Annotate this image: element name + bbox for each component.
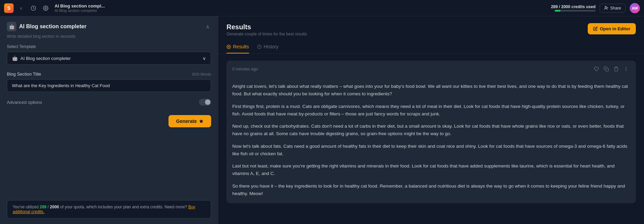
like-button[interactable] bbox=[592, 65, 600, 73]
topnav-title-area: AI Blog section compl... AI Blog section… bbox=[55, 3, 548, 13]
results-header: Results Generate couple of times for the… bbox=[218, 16, 644, 36]
logo-text: S bbox=[7, 5, 10, 11]
template-value: AI Blog section completer bbox=[20, 56, 71, 61]
results-title: Results bbox=[226, 23, 307, 31]
credits-area: 289 / 2000 credits used bbox=[551, 4, 596, 12]
tab-history[interactable]: History bbox=[257, 41, 279, 53]
back-button[interactable]: ‹ bbox=[16, 3, 26, 13]
credits-total: 2000 bbox=[561, 4, 570, 9]
main-layout: 🤖 AI Blog section completer ∧ Write deta… bbox=[0, 16, 644, 224]
topnav: S ‹ AI Blog section compl... AI Blog sec… bbox=[0, 0, 644, 16]
delete-button[interactable] bbox=[612, 65, 620, 73]
svg-rect-7 bbox=[606, 68, 609, 71]
advanced-toggle[interactable] bbox=[199, 99, 211, 106]
left-panel: 🤖 AI Blog section completer ∧ Write deta… bbox=[0, 16, 218, 224]
result-card-header: 0 minutes ago bbox=[227, 61, 635, 77]
svg-point-5 bbox=[228, 46, 229, 47]
avatar-text: AW bbox=[632, 6, 638, 10]
topnav-title: AI Blog section compl... bbox=[55, 3, 548, 9]
credits-used: 289 bbox=[551, 4, 558, 9]
blog-section-input[interactable] bbox=[7, 79, 211, 92]
share-button[interactable]: Share bbox=[600, 4, 626, 13]
generate-area: Generate bbox=[7, 112, 211, 130]
result-timestamp: 0 minutes ago bbox=[232, 67, 258, 71]
quota-text-1: You've utilized bbox=[13, 205, 40, 209]
credits-bar-bg bbox=[555, 10, 596, 12]
logo: S bbox=[4, 3, 14, 13]
quota-banner: You've utilized 289 / 2000 of your quota… bbox=[7, 200, 211, 219]
left-panel-body: Select Template 🤖 AI Blog section comple… bbox=[0, 44, 218, 195]
svg-point-8 bbox=[626, 67, 626, 68]
share-label: Share bbox=[610, 6, 621, 11]
advanced-row: Advanced options bbox=[7, 99, 211, 106]
generate-button[interactable]: Generate bbox=[169, 115, 211, 127]
topnav-right: 289 / 2000 credits used Share AW bbox=[551, 3, 640, 13]
tab-results-label: Results bbox=[233, 44, 249, 49]
left-panel-title: AI Blog section completer bbox=[19, 23, 86, 30]
results-subtitle: Generate couple of times for the best re… bbox=[226, 32, 307, 36]
copy-button[interactable] bbox=[602, 65, 610, 73]
left-panel-header: 🤖 AI Blog section completer ∧ bbox=[0, 16, 218, 34]
credits-text: 289 / 2000 credits used bbox=[551, 4, 596, 9]
result-para-2: First things first, protein is a must. C… bbox=[232, 103, 630, 118]
advanced-label: Advanced options bbox=[7, 100, 42, 105]
quota-used: 289 bbox=[40, 205, 46, 209]
history-button[interactable] bbox=[29, 3, 38, 13]
result-para-4: Now let's talk about fats. Cats need a g… bbox=[232, 143, 630, 158]
open-editor-label: Open in Editor bbox=[600, 26, 630, 31]
result-para-1: Alright cat lovers, let's talk about wha… bbox=[232, 83, 630, 98]
user-avatar[interactable]: AW bbox=[630, 3, 640, 13]
quota-sep: / bbox=[46, 205, 50, 209]
tool-icon: 🤖 bbox=[7, 22, 16, 31]
results-title-area: Results Generate couple of times for the… bbox=[226, 23, 307, 36]
credits-label: credits used bbox=[571, 4, 596, 9]
template-select-icon: 🤖 bbox=[12, 55, 18, 61]
left-panel-desc: Write detailed blog section in seconds bbox=[0, 34, 218, 44]
word-count: 9/20 Words bbox=[192, 72, 211, 76]
results-content: 0 minutes ago bbox=[218, 54, 644, 224]
result-para-3: Next up, check out the carbohydrates. Ca… bbox=[232, 123, 630, 138]
tab-history-label: History bbox=[264, 44, 279, 49]
tab-results[interactable]: Results bbox=[226, 41, 249, 53]
more-button[interactable] bbox=[622, 65, 630, 73]
svg-point-9 bbox=[626, 69, 626, 69]
open-editor-button[interactable]: Open in Editor bbox=[588, 23, 636, 34]
toggle-knob bbox=[205, 99, 210, 105]
settings-button[interactable] bbox=[41, 3, 50, 13]
right-panel: Results Generate couple of times for the… bbox=[218, 16, 644, 224]
template-chevron: ∨ bbox=[203, 56, 206, 61]
quota-text-2: of your quota, which includes your plan … bbox=[59, 205, 188, 209]
result-para-6: So there you have it – the key ingredien… bbox=[232, 182, 630, 198]
result-body: Alright cat lovers, let's talk about wha… bbox=[227, 77, 635, 203]
section-row: Blog Section Title 9/20 Words bbox=[7, 71, 211, 77]
result-card: 0 minutes ago bbox=[226, 61, 636, 203]
tabs-row: Results History bbox=[218, 41, 644, 54]
svg-point-10 bbox=[626, 70, 626, 70]
left-panel-title-area: 🤖 AI Blog section completer bbox=[7, 22, 86, 31]
quota-total: 2000 bbox=[50, 205, 59, 209]
result-actions bbox=[592, 65, 630, 73]
credits-bar-fill bbox=[555, 10, 560, 12]
select-template-label: Select Template bbox=[7, 44, 211, 49]
svg-point-2 bbox=[605, 6, 606, 8]
svg-point-1 bbox=[45, 7, 46, 9]
template-select[interactable]: 🤖 AI Blog section completer ∨ bbox=[7, 52, 211, 65]
generate-label: Generate bbox=[176, 118, 197, 124]
collapse-button[interactable]: ∧ bbox=[204, 22, 211, 31]
blog-section-label: Blog Section Title bbox=[7, 71, 41, 77]
topnav-subtitle: AI Blog section completer bbox=[55, 9, 548, 13]
result-para-5: Last but not least, make sure you're get… bbox=[232, 162, 630, 178]
